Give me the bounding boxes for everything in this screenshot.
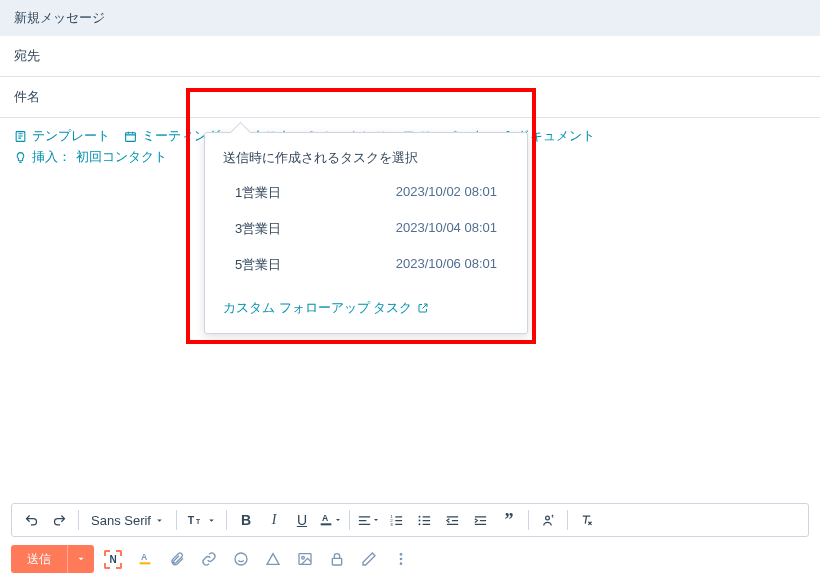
svg-point-15 [419,519,421,521]
align-left-icon [357,513,372,528]
chevron-down-icon [76,554,86,564]
unordered-list-button[interactable] [412,507,438,533]
popover-list: 1営業日 2023/10/02 08:01 3営業日 2023/10/04 08… [205,175,527,287]
attach-button[interactable] [168,550,186,568]
notion-button[interactable]: N [104,550,122,568]
svg-rect-10 [321,523,332,525]
svg-point-25 [400,558,403,561]
redo-button[interactable] [46,507,72,533]
template-button[interactable]: テンプレート [14,128,110,145]
insert-label: 挿入： [32,149,71,166]
clear-format-icon [579,513,594,528]
indent-icon [473,513,488,528]
text-color-icon: A [318,512,334,528]
separator [567,510,568,530]
separator [78,510,79,530]
svg-text:3: 3 [391,521,394,526]
to-label: 宛先 [14,48,40,63]
highlight-icon: A [137,551,153,567]
chevron-down-icon [334,516,342,524]
more-button[interactable] [392,550,410,568]
compose-title: 新規メッセージ [14,10,105,25]
compose-header: 新規メッセージ [0,0,820,36]
svg-point-26 [400,562,403,565]
lock-icon [329,551,345,567]
italic-button[interactable]: I [261,507,287,533]
subject-label: 件名 [14,89,40,104]
svg-text:A: A [322,513,329,523]
lightbulb-icon [14,151,27,164]
svg-point-24 [400,553,403,556]
more-vertical-icon [393,551,409,567]
svg-point-16 [419,523,421,525]
clear-format-button[interactable] [574,507,600,533]
template-icon [14,130,27,143]
chevron-down-icon [155,516,164,525]
svg-rect-1 [126,133,136,142]
ordered-list-icon: 123 [389,513,404,528]
notion-icon: N [104,550,122,569]
popover-item[interactable]: 3営業日 2023/10/04 08:01 [215,211,517,247]
popover-footer: カスタム フォローアップ タスク [205,287,527,333]
lock-button[interactable] [328,550,346,568]
chevron-down-icon [207,516,216,525]
task-popover: 送信時に作成されるタスクを選択 1営業日 2023/10/02 08:01 3営… [204,132,528,334]
send-bar: 送信 N A [11,543,809,575]
font-size-icon: TT [187,513,205,527]
font-size-select[interactable]: TT [183,507,220,533]
separator [349,510,350,530]
font-family-select[interactable]: Sans Serif [85,507,170,533]
insert-value: 初回コンタクト [76,149,167,166]
popover-item[interactable]: 1営業日 2023/10/02 08:01 [215,175,517,211]
svg-point-17 [546,516,550,520]
outdent-icon [445,513,460,528]
popover-title: 送信時に作成されるタスクを選択 [205,133,527,175]
highlight-color-button[interactable]: A [136,550,154,568]
unordered-list-icon [417,513,432,528]
outdent-button[interactable] [440,507,466,533]
svg-text:T: T [188,514,195,526]
svg-point-20 [235,553,247,565]
quote-button[interactable]: ” [496,507,522,533]
ordered-list-button[interactable]: 123 [384,507,410,533]
signature-button[interactable] [360,550,378,568]
svg-rect-23 [332,558,341,565]
bold-button[interactable]: B [233,507,259,533]
text-color-button[interactable]: A [317,507,343,533]
send-button[interactable]: 送信 [11,545,67,573]
svg-text:A: A [141,552,148,562]
to-field-row[interactable]: 宛先 [0,36,820,77]
svg-rect-19 [140,562,151,564]
token-icon [540,513,555,528]
indent-button[interactable] [468,507,494,533]
compose-action-icons: N A [104,550,410,568]
drive-button[interactable] [264,550,282,568]
svg-point-14 [419,515,421,517]
external-link-icon [417,302,429,314]
popover-item[interactable]: 5営業日 2023/10/06 08:01 [215,247,517,283]
insert-contact-button[interactable]: 挿入： 初回コンタクト [14,149,167,166]
separator [528,510,529,530]
send-dropdown-button[interactable] [67,545,94,573]
image-button[interactable] [296,550,314,568]
triangle-icon [265,551,281,567]
custom-followup-link[interactable]: カスタム フォローアップ タスク [223,299,429,317]
align-button[interactable] [356,507,382,533]
svg-text:T: T [196,518,201,525]
undo-button[interactable] [18,507,44,533]
svg-point-22 [302,556,305,559]
personalize-button[interactable] [535,507,561,533]
chevron-down-icon [372,516,380,524]
calendar-icon [124,130,137,143]
pen-icon [361,551,377,567]
link-icon [201,551,217,567]
format-toolbar: Sans Serif TT B I U A 123 ” [11,503,809,537]
underline-button[interactable]: U [289,507,315,533]
separator [176,510,177,530]
emoji-button[interactable] [232,550,250,568]
send-button-group: 送信 [11,545,94,573]
separator [226,510,227,530]
image-icon [297,551,313,567]
paperclip-icon [169,551,185,567]
link-button[interactable] [200,550,218,568]
